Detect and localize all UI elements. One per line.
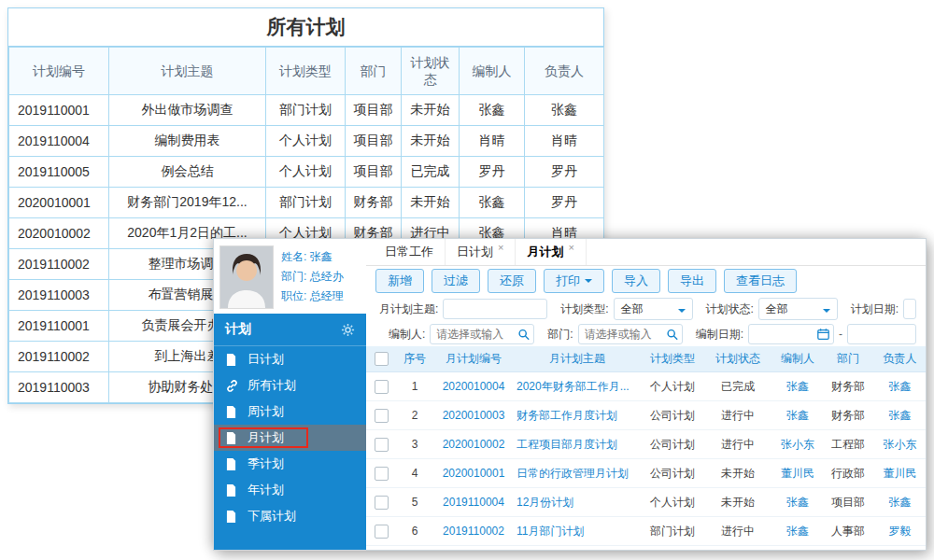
- add-button[interactable]: 新增: [375, 269, 424, 293]
- cell-month-plan-topic-link[interactable]: 日常的行政管理月计划: [514, 459, 641, 488]
- table-row[interactable]: 4 2020010001 日常的行政管理月计划 公司计划 未开始 董川民 行政部…: [366, 459, 926, 488]
- select-all-cell: [366, 346, 396, 372]
- cell-plan-id: 2019110003: [9, 372, 109, 403]
- cell-owner: 罗丹: [525, 188, 604, 218]
- cell-month-plan-id-link[interactable]: 2019110002: [433, 517, 514, 546]
- all-plans-title: 所有计划: [8, 8, 603, 47]
- sidebar-item-week-plan[interactable]: 周计划: [214, 399, 366, 425]
- cell-owner-link[interactable]: 张小东: [872, 430, 926, 459]
- cell-dept: 财务部: [346, 188, 402, 218]
- row-checkbox[interactable]: [375, 409, 389, 423]
- cell-creator-link[interactable]: 张鑫: [771, 517, 824, 546]
- cell-owner-link[interactable]: 董川民: [872, 459, 926, 488]
- view-log-button[interactable]: 查看日志: [724, 269, 797, 293]
- cell-month-plan-id-link[interactable]: 2020010004: [433, 372, 514, 401]
- cell-plan-id: 2019110004: [9, 126, 109, 157]
- sidebar-item-all-plans[interactable]: 所有计划: [214, 372, 366, 399]
- cell-owner-link[interactable]: 张鑫: [872, 488, 926, 517]
- plan-date-input[interactable]: [903, 299, 916, 319]
- sidebar-item-daily-plan[interactable]: 日计划: [214, 346, 366, 372]
- plan-date-filter-label: 计划日期:: [851, 301, 899, 317]
- cell-dept: 行政部: [824, 459, 872, 488]
- cell-month-plan-id-link[interactable]: 2020010002: [433, 430, 514, 459]
- search-icon[interactable]: [517, 329, 530, 341]
- sidebar-item-quarter-plan[interactable]: 季计划: [214, 451, 366, 477]
- cell-creator-link[interactable]: 张鑫: [771, 401, 824, 430]
- cell-dept: 工程部: [824, 430, 872, 459]
- month-plans-header-row: 序号 月计划编号 月计划主题 计划类型 计划状态 编制人 部门 负责人: [366, 346, 926, 372]
- table-row[interactable]: 3 2020010002 工程项目部月度计划 公司计划 进行中 张小东 工程部 …: [366, 430, 926, 459]
- select-all-checkbox[interactable]: [375, 352, 389, 366]
- cell-creator-link[interactable]: 张鑫: [771, 372, 824, 401]
- table-row[interactable]: 2019110001 外出做市场调查 部门计划 项目部 未开始 张鑫 张鑫: [9, 95, 604, 126]
- close-icon[interactable]: ×: [568, 242, 573, 253]
- cell-plan-status: 已完成: [402, 157, 460, 188]
- created-date-end-input[interactable]: [847, 324, 916, 344]
- table-row[interactable]: 6 2019110002 11月部门计划 部门计划 进行中 张鑫 人事部 罗毅: [366, 517, 926, 546]
- cell-no: 3: [396, 430, 433, 459]
- cell-owner-link[interactable]: 罗毅: [872, 517, 926, 546]
- reset-button[interactable]: 还原: [488, 269, 536, 293]
- table-row[interactable]: 5 2019110004 12月份计划 个人计划 未开始 张鑫 项目部 张鑫: [366, 488, 926, 517]
- cell-plan-type: 个人计划: [266, 157, 346, 188]
- tab-month-plan[interactable]: 月计划 ×: [516, 239, 586, 265]
- row-checkbox[interactable]: [375, 467, 389, 481]
- table-row[interactable]: 2020010001 财务部门2019年12... 部门计划 财务部 未开始 张…: [9, 188, 604, 218]
- cell-month-plan-id-link[interactable]: 2019110004: [433, 488, 514, 517]
- cell-month-plan-id-link[interactable]: 2020010003: [433, 401, 514, 430]
- cell-plan-type: 个人计划: [641, 488, 704, 517]
- gear-icon[interactable]: [341, 323, 355, 337]
- table-row[interactable]: 2019110005 例会总结 个人计划 项目部 已完成 罗丹 罗丹: [9, 157, 604, 188]
- cell-month-plan-id-link[interactable]: 2020010001: [433, 459, 514, 488]
- cell-owner-link[interactable]: 张鑫: [872, 372, 926, 401]
- cell-owner: 罗丹: [525, 157, 604, 188]
- col-month-plan-topic: 月计划主题: [514, 346, 641, 372]
- document-icon: [226, 432, 240, 444]
- row-checkbox-cell: [366, 372, 396, 401]
- close-icon[interactable]: ×: [498, 242, 503, 253]
- profile-position: 职位: 总经理: [281, 287, 344, 306]
- row-checkbox-cell: [366, 488, 396, 517]
- cell-month-plan-topic-link[interactable]: 财务部工作月度计划: [514, 401, 641, 430]
- import-button[interactable]: 导入: [612, 269, 660, 293]
- type-select[interactable]: 全部: [614, 298, 693, 320]
- sidebar-item-subordinate-plan[interactable]: 下属计划: [214, 503, 366, 529]
- topic-filter-input[interactable]: [443, 299, 547, 319]
- calendar-icon[interactable]: [817, 329, 829, 341]
- filter-button[interactable]: 过滤: [432, 269, 480, 293]
- cell-plan-status: 进行中: [704, 401, 771, 430]
- cell-plan-status: 未开始: [402, 95, 460, 126]
- cell-plan-id: 2020010001: [9, 188, 109, 218]
- cell-month-plan-topic-link[interactable]: 12月份计划: [514, 488, 641, 517]
- cell-creator-link[interactable]: 董川民: [771, 459, 824, 488]
- cell-creator-link[interactable]: 张小东: [771, 430, 824, 459]
- row-checkbox[interactable]: [375, 438, 389, 452]
- export-button[interactable]: 导出: [668, 269, 716, 293]
- cell-owner-link[interactable]: 张鑫: [872, 401, 926, 430]
- print-button[interactable]: 打印: [544, 269, 604, 293]
- row-checkbox[interactable]: [375, 496, 389, 510]
- search-icon[interactable]: [666, 329, 678, 341]
- sidebar-section-title: 计划: [225, 321, 251, 338]
- row-checkbox[interactable]: [375, 525, 389, 539]
- tab-daily-plan[interactable]: 日计划 ×: [446, 239, 516, 265]
- row-checkbox[interactable]: [375, 380, 389, 394]
- table-row[interactable]: 2019110004 编制费用表 个人计划 项目部 未开始 肖晴 肖晴: [9, 126, 604, 157]
- table-row[interactable]: 2 2020010003 财务部工作月度计划 公司计划 进行中 张鑫 财务部 张…: [366, 401, 926, 430]
- avatar: [219, 245, 274, 309]
- cell-dept: 项目部: [824, 488, 872, 517]
- sidebar-item-month-plan[interactable]: 月计划: [214, 425, 366, 451]
- cell-creator-link[interactable]: 张鑫: [771, 488, 824, 517]
- cell-plan-id: 2019110002: [9, 249, 109, 280]
- cell-month-plan-topic-link[interactable]: 11月部门计划: [514, 517, 641, 546]
- cell-dept: 项目部: [346, 95, 402, 126]
- status-select[interactable]: 全部: [758, 298, 838, 320]
- sidebar-item-year-plan[interactable]: 年计划: [214, 477, 366, 503]
- cell-month-plan-topic-link[interactable]: 2020年财务部工作月...: [514, 372, 641, 401]
- cell-month-plan-topic-link[interactable]: 工程项目部月度计划: [514, 430, 641, 459]
- cell-dept: 项目部: [346, 157, 402, 188]
- cell-plan-status: 未开始: [402, 126, 460, 157]
- table-row[interactable]: 1 2020010004 2020年财务部工作月... 个人计划 已完成 张鑫 …: [366, 372, 926, 401]
- tab-daily-work[interactable]: 日常工作: [374, 239, 446, 265]
- cell-plan-topic: 外出做市场调查: [109, 95, 266, 126]
